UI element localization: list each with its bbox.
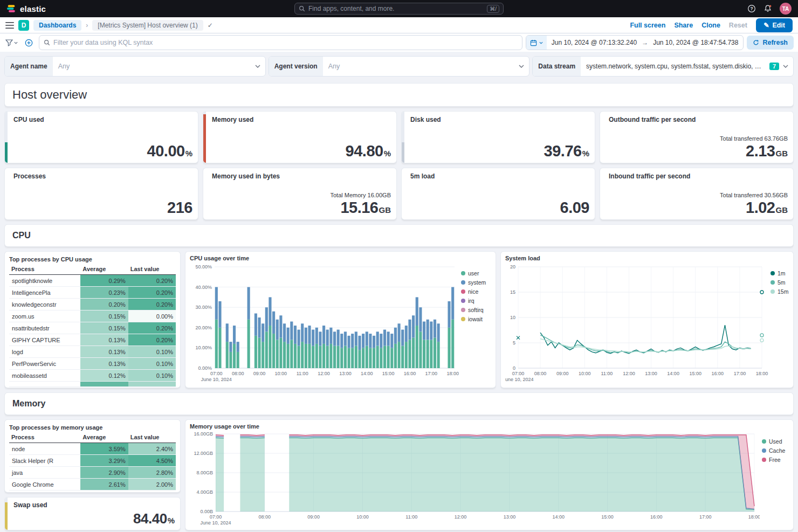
metric-panel-inbound-traffic-per-second: Inbound traffic per secondTotal transfer… [600,168,794,220]
legend-item-nice[interactable]: nice [461,288,486,295]
elastic-logo [6,4,16,13]
metric-value: 2.13GB [720,142,788,160]
notifications-bell-icon[interactable] [763,4,772,13]
legend-item-system[interactable]: system [461,279,486,286]
full-screen-link[interactable]: Full screen [630,22,665,29]
breadcrumb-dashboards[interactable]: Dashboards [33,20,81,31]
refresh-button[interactable]: Refresh [747,36,794,50]
metric-value: 1.02GB [720,199,788,217]
svg-text:11:00: 11:00 [601,371,613,376]
time-range-start[interactable]: Jun 10, 2024 @ 07:13:32.240 [547,39,642,46]
metric-subtitle: Total transferred 30.56GB [720,192,788,198]
column-header-average[interactable]: Average [80,264,128,275]
svg-text:10: 10 [510,315,515,320]
elastic-brand[interactable]: elastic [6,4,46,13]
column-header-last-value[interactable]: Last value [128,264,176,275]
svg-text:07:00: 07:00 [210,371,223,376]
legend-item-used[interactable]: Used [762,438,785,445]
add-filter-button[interactable] [22,36,36,49]
legend-item-irq[interactable]: irq [461,298,486,304]
legend-color-dot [762,458,766,462]
time-range-end[interactable]: Jun 10, 2024 @ 18:47:54.738 [648,39,743,46]
metric-value: 15.16GB [331,199,391,217]
legend-item-free[interactable]: Free [762,457,785,463]
svg-text:40.00%: 40.00% [195,285,212,290]
column-header-last-value[interactable]: Last value [128,432,176,443]
memory-usage-chart[interactable]: 0.00B4.00GB8.00GB12.00GB16.00GB07:0008:0… [190,431,760,527]
legend-item-5m[interactable]: 5m [771,279,788,286]
metric-panel-memory-used: Memory used94.80% [203,111,397,163]
cpu-usage-chart[interactable]: 0.00%10.00%20.00%30.00%40.00%50.00%07:00… [190,262,459,384]
metric-title: 5m load [410,172,589,180]
metric-gauge-stripe [5,498,8,530]
kibana-dashboard-app: elastic Find apps, content, and more. ⌘/… [0,0,798,532]
svg-text:12:00: 12:00 [623,371,635,376]
metric-value: 40.00% [147,142,192,160]
edit-button[interactable]: ✎ Edit [756,18,793,32]
column-header-average[interactable]: Average [80,432,128,443]
legend-color-dot [461,308,465,312]
svg-text:10.00%: 10.00% [195,345,212,350]
column-header-process[interactable]: Process [9,264,80,275]
legend-item-1m[interactable]: 1m [771,270,788,277]
share-link[interactable]: Share [674,22,693,29]
chevron-down-icon [255,65,260,68]
global-search-input[interactable]: Find apps, content, and more. ⌘/ [294,3,504,15]
panel-top-processes-memory: Top processes by memory usage ProcessAve… [4,419,181,493]
table-row: node3.59%2.40% [9,443,176,455]
svg-text:08:00: 08:00 [259,514,271,520]
metric-panel-5m-load: 5m load6.09 [401,168,595,220]
control-agent-name[interactable]: Agent name Any [4,56,266,77]
metric-title: Swap used [13,501,175,509]
legend-color-dot [461,289,465,294]
legend-item-user[interactable]: user [461,270,486,277]
column-header-process[interactable]: Process [9,432,80,443]
metric-title: Disk used [410,116,589,123]
metric-title: CPU used [13,116,192,123]
metric-value: 6.09 [560,199,589,217]
system-load-legend: 1m5m15m [768,262,788,384]
system-load-chart[interactable]: 0510152007:0008:0009:0010:0011:0012:0013… [505,262,768,384]
legend-item-iowait[interactable]: iowait [461,316,486,322]
panel-memory-section-title: Memory [4,392,794,415]
deployment-badge[interactable]: D [18,20,29,31]
metric-panel-disk-used: Disk used39.76% [401,111,595,163]
kql-search-input[interactable]: Filter your data using KQL syntax [39,35,522,50]
legend-item-15m[interactable]: 15m [771,288,788,295]
control-agent-version[interactable]: Agent version Any [269,56,530,77]
legend-item-softirq[interactable]: softirq [461,307,486,313]
svg-text:07:00: 07:00 [512,371,525,376]
legend-color-dot [461,280,465,285]
filter-funnel-button[interactable] [4,36,18,49]
help-icon[interactable]: ? [747,4,756,13]
svg-text:17:00: 17:00 [425,371,438,376]
svg-text:16:00: 16:00 [712,371,724,376]
control-value: system.network, system.cpu, system.fssta… [581,63,769,70]
legend-label: Used [769,438,782,445]
metric-panel-cpu-used: CPU used40.00% [4,111,198,163]
svg-text:10:00: 10:00 [275,371,287,376]
legend-item-cache[interactable]: Cache [762,447,785,454]
reset-link[interactable]: Reset [729,22,747,29]
svg-text:?: ? [750,6,753,11]
table-row: mobileassetd0.12%0.10% [9,370,176,382]
chevron-down-icon [14,42,18,44]
control-data-stream[interactable]: Data stream system.network, system.cpu, … [532,56,794,77]
time-range-picker: Jun 10, 2024 @ 07:13:32.240 → Jun 10, 20… [526,35,744,50]
legend-label: user [468,270,479,277]
svg-text:16:00: 16:00 [404,371,416,376]
calendar-button[interactable] [526,36,547,50]
pencil-icon: ✎ [763,21,769,29]
user-avatar[interactable]: TA [780,3,792,15]
clone-link[interactable]: Clone [701,22,720,29]
cpu-process-table: ProcessAverageLast valuespotlightknowle0… [9,264,176,387]
brand-name: elastic [20,4,46,13]
metric-gauge-stripe [402,112,404,163]
dashboard-actions: Full screen Share Clone Reset ✎ Edit [630,18,793,32]
svg-text:14:00: 14:00 [667,371,679,376]
legend-label: Cache [769,447,785,454]
svg-text:18:00: 18:00 [748,514,760,520]
metric-value: 94.80% [346,142,391,160]
svg-text:5: 5 [513,340,515,346]
menu-hamburger-icon[interactable] [5,22,14,29]
